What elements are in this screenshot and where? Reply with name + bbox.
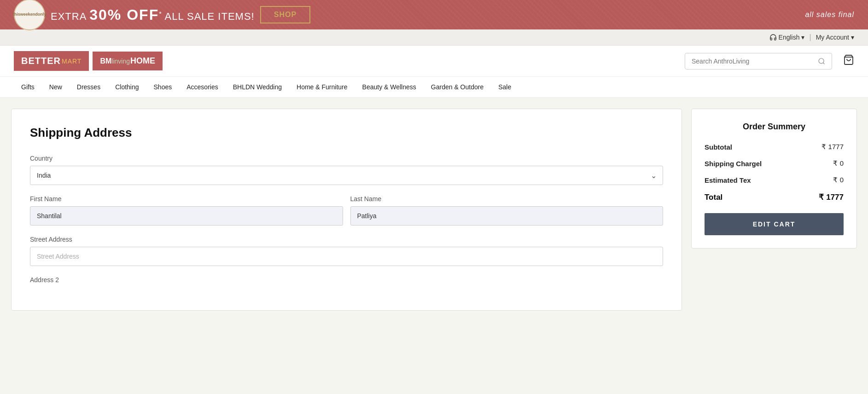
nav-item-sale[interactable]: Sale — [491, 77, 518, 97]
tax-line: Estimated Tex ₹ 0 — [705, 176, 844, 184]
nav-item-new[interactable]: New — [42, 77, 70, 97]
divider: | — [809, 33, 811, 41]
promo-text: EXTRA 30% OFF* ALL SALE ITEMS! — [51, 6, 255, 23]
header-icons — [843, 54, 854, 68]
better-mart-logo: BETTERMART — [14, 51, 89, 71]
name-row: First Name Last Name — [30, 195, 663, 236]
country-group: Country India United States United Kingd… — [30, 155, 663, 185]
first-name-group: First Name — [30, 195, 343, 226]
main-nav: Gifts New Dresses Clothing Shoes Accesor… — [0, 77, 868, 98]
last-name-group: Last Name — [350, 195, 664, 226]
country-label: Country — [30, 155, 663, 162]
address2-group: Address 2 — [30, 276, 663, 284]
edit-cart-button[interactable]: EDIT CART — [705, 213, 844, 235]
chevron-down-icon: ▾ — [851, 34, 854, 41]
total-value: ₹ 1777 — [819, 192, 844, 202]
content-wrapper: Shipping Address Country India United St… — [0, 98, 868, 322]
shipping-title: Shipping Address — [30, 126, 663, 140]
last-name-label: Last Name — [350, 195, 664, 203]
nav-item-beauty-wellness[interactable]: Beauty & Wellness — [355, 77, 424, 97]
search-bar[interactable] — [685, 53, 832, 70]
logo-container[interactable]: BETTERMART BM linving HOME — [14, 51, 163, 71]
search-input[interactable] — [692, 58, 814, 65]
bm-living-home-logo: BM linving HOME — [93, 52, 163, 70]
nav-item-garden-outdore[interactable]: Garden & Outdore — [424, 77, 491, 97]
nav-item-accessories[interactable]: Accesories — [179, 77, 225, 97]
address2-label: Address 2 — [30, 276, 663, 284]
shipping-label: Shipping Chargel — [705, 160, 762, 168]
banner-left: this weekend only EXTRA 30% OFF* ALL SAL… — [14, 0, 310, 30]
subtotal-value: ₹ 1777 — [821, 143, 844, 151]
first-name-label: First Name — [30, 195, 343, 203]
total-line: Total ₹ 1777 — [705, 192, 844, 202]
nav-item-gifts[interactable]: Gifts — [14, 77, 42, 97]
svg-line-1 — [823, 63, 824, 64]
street-address-input[interactable] — [30, 247, 663, 266]
order-summary-card: Order Summery Subtotal ₹ 1777 Shipping C… — [691, 109, 857, 249]
language-selector[interactable]: English ▾ — [769, 34, 805, 41]
nav-item-shoes[interactable]: Shoes — [146, 77, 180, 97]
search-icon — [818, 57, 825, 65]
street-address-group: Street Address — [30, 236, 663, 266]
street-address-label: Street Address — [30, 236, 663, 243]
subtotal-label: Subtotal — [705, 143, 732, 151]
account-menu[interactable]: My Account ▾ — [816, 34, 854, 41]
shipping-form-card: Shipping Address Country India United St… — [11, 109, 682, 311]
country-select-wrapper: India United States United Kingdom Canad… — [30, 166, 663, 185]
svg-point-0 — [819, 58, 824, 63]
chevron-down-icon: ▾ — [801, 34, 804, 41]
total-label: Total — [705, 193, 722, 202]
tax-label: Estimated Tex — [705, 176, 751, 184]
subtotal-line: Subtotal ₹ 1777 — [705, 143, 844, 151]
promo-banner: this weekend only EXTRA 30% OFF* ALL SAL… — [0, 0, 868, 29]
sales-note: all sales final — [805, 11, 854, 19]
header: BETTERMART BM linving HOME — [0, 46, 868, 77]
weekend-badge: this weekend only — [14, 0, 45, 30]
top-nav: English ▾ | My Account ▾ — [0, 29, 868, 46]
country-select[interactable]: India United States United Kingdom Canad… — [30, 166, 663, 185]
nav-item-home-furniture[interactable]: Home & Furniture — [289, 77, 355, 97]
shipping-value: ₹ 0 — [833, 159, 844, 168]
nav-item-bhldn-wedding[interactable]: BHLDN Wedding — [226, 77, 289, 97]
bag-icon[interactable] — [843, 54, 854, 68]
shipping-line: Shipping Chargel ₹ 0 — [705, 159, 844, 168]
nav-item-clothing[interactable]: Clothing — [108, 77, 146, 97]
nav-item-dresses[interactable]: Dresses — [70, 77, 108, 97]
tax-value: ₹ 0 — [833, 176, 844, 184]
first-name-input[interactable] — [30, 206, 343, 226]
headset-icon — [769, 34, 777, 41]
last-name-input[interactable] — [350, 206, 664, 226]
shop-button[interactable]: SHOP — [260, 6, 310, 23]
order-summary-title: Order Summery — [705, 122, 844, 132]
